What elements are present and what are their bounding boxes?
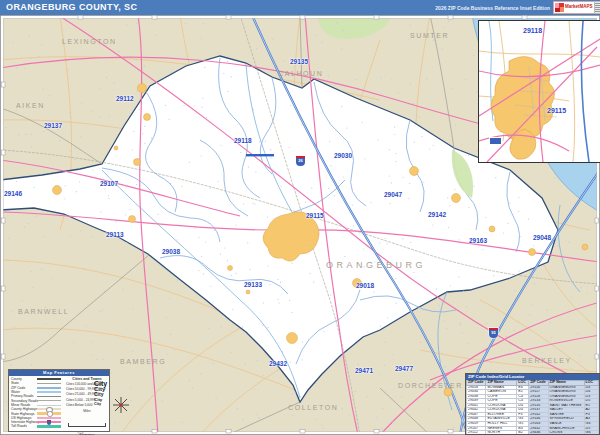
- legend-swatch-sthwy: [37, 412, 61, 415]
- legend-city-row: Cities 5,000 - 24,999City: [66, 397, 108, 402]
- legend-city-sample: City: [94, 403, 101, 407]
- legend-swatch-ushwy: [37, 417, 61, 420]
- legend-swatch-state: [37, 383, 61, 384]
- inset-zip-code-label: 29118: [523, 27, 542, 34]
- compass-rose-icon: [112, 396, 130, 414]
- legend-swatch-zip: [37, 387, 61, 389]
- route-marker: [489, 137, 502, 145]
- legend-feature-list: CountyStateZIP CodeWaterPrimary RoadsSec…: [9, 376, 65, 435]
- city-inset-map: 2911829115: [478, 20, 600, 163]
- legend-city-label: Cities 100,000 and Above: [66, 382, 92, 386]
- legend-city-label: Cities 5,000 - 24,999: [66, 398, 92, 402]
- legend-swatch-toll: [37, 425, 61, 428]
- logo-brand-text: MarketMAPS: [565, 5, 593, 10]
- legend-swatch-water: [37, 391, 61, 393]
- legend-city-sizes: Cities 100,000 and AboveCityCities 50,00…: [66, 381, 108, 408]
- legend-city-row: Cities Below 5,000City: [66, 403, 108, 408]
- map-page: 2911229137291462910729113290382913329118…: [0, 0, 600, 435]
- legend-swatch-ihwy: [37, 421, 61, 424]
- legend-swatch-county: [37, 378, 61, 379]
- zip-table-grid: ZIP CodeZIP NameLOCZIP CodeZIP NameLOC 2…: [466, 380, 599, 435]
- scale-miles-label: Miles: [66, 409, 108, 413]
- legend-feature-row: Toll Roads: [11, 424, 65, 428]
- legend-swatch-road2: [37, 400, 61, 401]
- inset-zip-code-label: 29115: [547, 107, 566, 114]
- logo-card-icon: [594, 1, 600, 14]
- zip-table-body: 29018BOWMANE429116ORANGEBURGD429030CAMER…: [467, 385, 599, 435]
- logo-mosaic-icon: [555, 3, 564, 12]
- legend-swatch-road3: [37, 405, 61, 406]
- edition-subtitle: 2026 ZIP Code Business Reference Inset E…: [435, 5, 550, 11]
- scale-miles: Miles: [66, 409, 108, 431]
- page-title: ORANGEBURG COUNTY, SC: [6, 2, 137, 12]
- zip-index-table: ZIP Code Index/Grid Locator ZIP CodeZIP …: [465, 373, 600, 435]
- legend-city-label: Cities Below 5,000: [66, 403, 92, 407]
- legend-swatch-road1: [37, 396, 61, 397]
- legend-swatch-ctyhwy: [37, 408, 61, 410]
- scale-miles-bar: [68, 423, 106, 427]
- legend-box: Map Features CountyStateZIP CodeWaterPri…: [8, 369, 110, 432]
- legend-feature-label: Toll Roads: [11, 424, 37, 428]
- title-bar: ORANGEBURG COUNTY, SC 2026 ZIP Code Busi…: [0, 0, 600, 15]
- legend-city-label: Cities 25,000 - 49,999: [66, 392, 92, 396]
- canal-bar: [246, 154, 274, 156]
- brand-logo: MarketMAPS: [553, 1, 599, 14]
- legend-city-label: Cities 50,000 - 99,999: [66, 387, 92, 391]
- zip-table-col-header: ZIP Code: [467, 381, 486, 386]
- zip-table-cell: SAINT MATTHEWS: [548, 403, 584, 408]
- zip-table-col-header: ZIP Code: [529, 381, 548, 386]
